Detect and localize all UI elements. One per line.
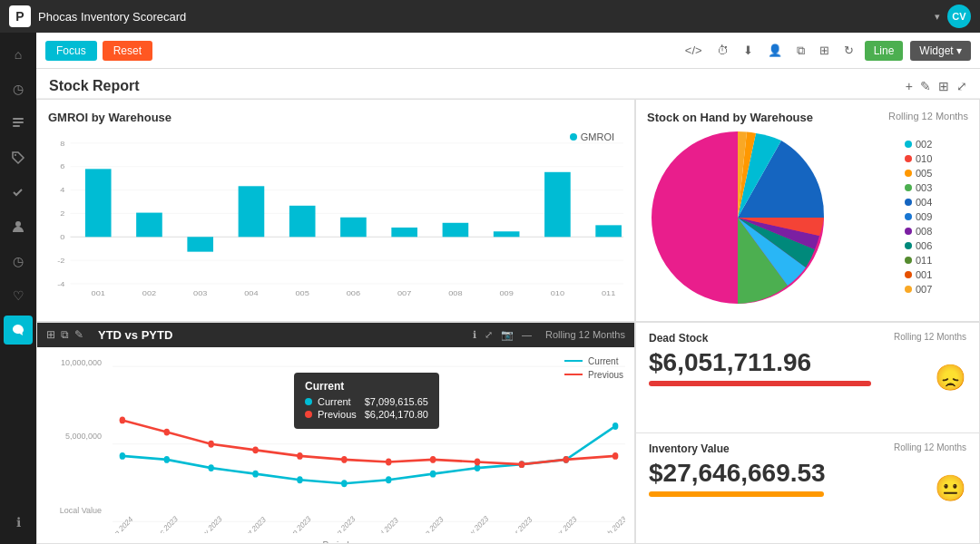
line-button[interactable]: Line bbox=[865, 41, 904, 61]
svg-text:Apr 2023: Apr 2023 bbox=[506, 513, 534, 533]
legend-003: 003 bbox=[905, 182, 968, 193]
dead-stock-panel: Dead Stock Rolling 12 Months $6,051,711.… bbox=[636, 323, 979, 433]
duplicate-icon-button[interactable]: ⊞ bbox=[816, 42, 833, 59]
gmroi-legend-label: GMROI bbox=[581, 131, 614, 142]
gmroi-panel: GMROI by Warehouse 8 6 4 2 0 -2 -4 bbox=[36, 99, 635, 322]
sidebar-item-heart[interactable]: ♡ bbox=[4, 281, 33, 310]
svg-point-45 bbox=[164, 455, 171, 462]
share-icon[interactable]: ⤢ bbox=[956, 79, 967, 93]
ytd-icon-1[interactable]: ⊞ bbox=[46, 328, 55, 341]
svg-text:Aug 2023: Aug 2023 bbox=[328, 513, 357, 533]
legend-005: 005 bbox=[905, 168, 968, 179]
ytd-icon-3[interactable]: ✎ bbox=[74, 328, 83, 341]
action-bar: Focus Reset </> ⏱ ⬇ 👤 ⧉ ⊞ ↻ Line Widget … bbox=[36, 33, 980, 69]
legend-004: 004 bbox=[905, 197, 968, 208]
page-title: Stock Report bbox=[49, 78, 140, 94]
dead-stock-bar bbox=[649, 381, 871, 386]
sidebar-item-history[interactable]: ◷ bbox=[4, 247, 33, 276]
download-icon-button[interactable]: ⬇ bbox=[740, 42, 757, 59]
svg-point-4 bbox=[15, 221, 21, 227]
tooltip-current-value: $7,099,615.65 bbox=[365, 396, 428, 407]
copy-icon-button[interactable]: ⧉ bbox=[793, 42, 808, 60]
legend-dot-010 bbox=[905, 155, 912, 162]
sidebar-item-bubble[interactable] bbox=[4, 316, 33, 345]
ytd-header: ⊞ ⧉ ✎ YTD vs PYTD ℹ ⤢ 📷 — Rolling 12 Mon… bbox=[37, 323, 634, 347]
reset-button[interactable]: Reset bbox=[103, 41, 152, 61]
legend-dot-011 bbox=[905, 257, 912, 264]
tooltip-current-label: Current bbox=[318, 396, 351, 407]
inventory-value-panel: Inventory Value Rolling 12 Months $27,64… bbox=[636, 433, 979, 543]
svg-rect-20 bbox=[136, 213, 162, 238]
svg-point-56 bbox=[120, 416, 126, 423]
ytd-info-icon[interactable]: ℹ bbox=[473, 329, 476, 340]
legend-006: 006 bbox=[905, 240, 968, 251]
title-dropdown-arrow[interactable]: ▾ bbox=[935, 11, 940, 23]
svg-text:Feb 2023: Feb 2023 bbox=[600, 513, 625, 533]
legend-dot-005 bbox=[905, 170, 912, 177]
svg-rect-27 bbox=[494, 231, 520, 237]
svg-text:Nov 2023: Nov 2023 bbox=[196, 513, 224, 533]
ytd-panel: ⊞ ⧉ ✎ YTD vs PYTD ℹ ⤢ 📷 — Rolling 12 Mon… bbox=[36, 322, 635, 545]
ytd-y-mid: 5,000,000 bbox=[65, 432, 102, 441]
focus-button[interactable]: Focus bbox=[45, 41, 97, 61]
svg-rect-2 bbox=[13, 125, 20, 127]
svg-point-59 bbox=[252, 446, 259, 453]
widget-button[interactable]: Widget ▾ bbox=[910, 41, 971, 61]
code-icon-button[interactable]: </> bbox=[681, 42, 706, 59]
legend-label-003: 003 bbox=[916, 182, 932, 193]
svg-point-62 bbox=[386, 458, 392, 465]
svg-point-49 bbox=[341, 480, 348, 487]
stock-subtitle: Rolling 12 Months bbox=[888, 111, 968, 121]
svg-text:0: 0 bbox=[60, 233, 64, 241]
sidebar-item-user[interactable] bbox=[4, 212, 33, 241]
grid-icon[interactable]: ⊞ bbox=[938, 79, 949, 93]
svg-text:May 2023: May 2023 bbox=[462, 512, 491, 533]
ytd-y-axis: 10,000,000 5,000,000 Local Value bbox=[46, 355, 105, 534]
line-chart-area: Jan 2024 Dec 2023 Nov 2023 Oct 2023 Sep … bbox=[113, 355, 625, 534]
edit-icon[interactable]: ✎ bbox=[920, 79, 931, 93]
sidebar-item-info[interactable]: ℹ bbox=[4, 508, 33, 537]
svg-point-64 bbox=[475, 458, 481, 465]
user-avatar[interactable]: CV bbox=[947, 5, 971, 28]
stock-panel: Stock on Hand by Warehouse Rolling 12 Mo… bbox=[635, 99, 980, 322]
svg-rect-26 bbox=[443, 223, 469, 238]
ytd-legend-current: Current bbox=[564, 356, 623, 366]
ytd-menu-icon[interactable]: — bbox=[522, 329, 532, 340]
svg-point-61 bbox=[341, 455, 348, 462]
svg-point-3 bbox=[15, 154, 16, 156]
svg-point-63 bbox=[430, 455, 436, 462]
ytd-title: YTD vs PYTD bbox=[98, 328, 172, 342]
sidebar-item-home[interactable]: ⌂ bbox=[4, 40, 33, 69]
sidebar-item-reports[interactable] bbox=[4, 109, 33, 138]
legend-label-007: 007 bbox=[916, 284, 932, 295]
gmroi-chart: 8 6 4 2 0 -2 -4 bbox=[48, 131, 623, 304]
ytd-share-icon[interactable]: ⤢ bbox=[485, 329, 493, 340]
inventory-value-emoji: 😐 bbox=[935, 473, 966, 503]
legend-dot-006 bbox=[905, 242, 912, 249]
svg-point-66 bbox=[564, 455, 570, 462]
ytd-icon-2[interactable]: ⧉ bbox=[61, 328, 69, 341]
dashboard: GMROI by Warehouse 8 6 4 2 0 -2 -4 bbox=[36, 99, 980, 544]
svg-point-46 bbox=[208, 464, 214, 471]
tooltip-dot-previous bbox=[305, 411, 312, 418]
svg-rect-29 bbox=[595, 225, 622, 237]
svg-text:Jun 2023: Jun 2023 bbox=[418, 513, 446, 533]
ytd-y-max: 10,000,000 bbox=[61, 358, 102, 367]
svg-text:002: 002 bbox=[142, 289, 157, 297]
legend-dot-003 bbox=[905, 184, 912, 191]
add-icon[interactable]: + bbox=[906, 79, 913, 93]
ytd-camera-icon[interactable]: 📷 bbox=[501, 329, 514, 340]
clock-icon-button[interactable]: ⏱ bbox=[713, 42, 732, 59]
refresh-icon-button[interactable]: ↻ bbox=[840, 42, 858, 59]
sidebar-item-activity[interactable]: ◷ bbox=[4, 74, 33, 103]
right-bottom-panel: Dead Stock Rolling 12 Months $6,051,711.… bbox=[635, 322, 980, 545]
person-icon-button[interactable]: 👤 bbox=[764, 42, 786, 59]
legend-line-previous bbox=[564, 374, 583, 375]
ytd-subtitle: Rolling 12 Months bbox=[545, 329, 625, 340]
sidebar-item-check[interactable] bbox=[4, 178, 33, 207]
dead-stock-emoji: 😞 bbox=[935, 363, 966, 393]
sidebar-item-tags[interactable] bbox=[4, 143, 33, 172]
svg-text:Oct 2023: Oct 2023 bbox=[240, 513, 268, 533]
svg-text:Jul 2023: Jul 2023 bbox=[375, 514, 400, 533]
legend-010: 010 bbox=[905, 153, 968, 164]
